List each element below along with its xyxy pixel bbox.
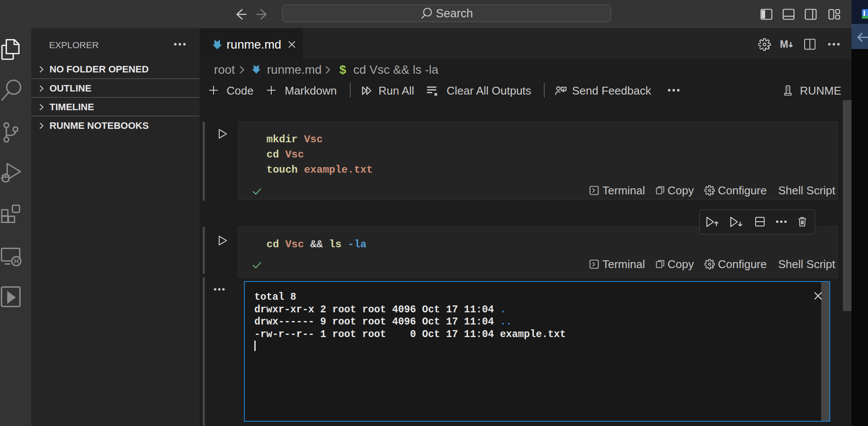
svg-text:M: M [780, 39, 788, 50]
